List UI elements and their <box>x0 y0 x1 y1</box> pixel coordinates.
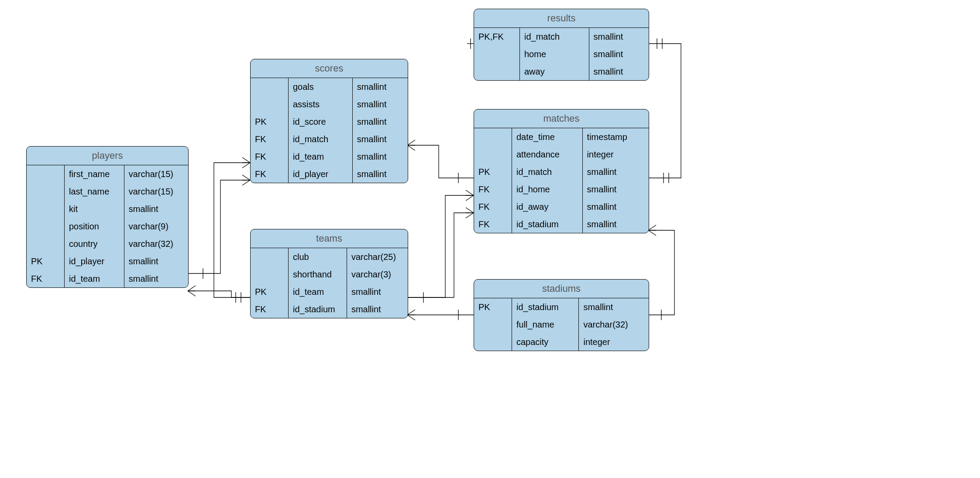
col-type: smallint <box>352 78 408 96</box>
col-name: assists <box>289 96 353 113</box>
col-key: FK <box>251 165 289 183</box>
col-name: id_player <box>65 253 124 270</box>
col-type: varchar(15) <box>124 165 188 183</box>
col-key: PK <box>27 253 65 270</box>
table-row: shorthandvarchar(3) <box>251 266 408 283</box>
col-key <box>27 165 65 183</box>
col-key <box>474 316 512 333</box>
table-row: assistssmallint <box>251 96 408 113</box>
col-type: smallint <box>582 215 649 233</box>
entity-columns: date_timetimestamp attendanceinteger PKi… <box>474 128 649 233</box>
col-name: away <box>520 63 589 80</box>
col-type: varchar(15) <box>124 183 188 200</box>
entity-title: teams <box>251 229 408 248</box>
col-key: PK <box>251 113 289 130</box>
table-row: PKid_scoresmallint <box>251 113 408 130</box>
col-name: capacity <box>512 333 579 351</box>
table-row: positionvarchar(9) <box>27 218 188 235</box>
col-key: PK,FK <box>474 28 520 45</box>
table-row: PKid_teamsmallint <box>251 283 408 300</box>
entity-columns: PKid_stadiumsmallint full_namevarchar(32… <box>474 298 649 351</box>
table-row: awaysmallint <box>474 63 649 80</box>
col-name: id_team <box>289 283 347 300</box>
table-row: clubvarchar(25) <box>251 248 408 266</box>
col-name: id_player <box>289 165 353 183</box>
table-row: capacityinteger <box>474 333 649 351</box>
col-name: kit <box>65 200 124 218</box>
col-type: varchar(3) <box>347 266 408 283</box>
col-key <box>27 218 65 235</box>
col-key: PK <box>474 298 512 316</box>
col-key <box>251 96 289 113</box>
table-row: full_namevarchar(32) <box>474 316 649 333</box>
table-row: attendanceinteger <box>474 146 649 163</box>
table-row: FKid_teamsmallint <box>27 270 188 287</box>
col-key <box>474 45 520 63</box>
col-type: smallint <box>352 165 408 183</box>
table-row: PKid_playersmallint <box>27 253 188 270</box>
table-row: FKid_matchsmallint <box>251 130 408 148</box>
entity-columns: goalssmallint assistssmallint PKid_score… <box>251 78 408 183</box>
table-row: countryvarchar(32) <box>27 235 188 253</box>
erd-canvas: .c { stroke:#000; stroke-width:1.3; fill… <box>0 0 980 478</box>
col-key: FK <box>474 181 512 198</box>
table-row: last_namevarchar(15) <box>27 183 188 200</box>
col-name: id_team <box>289 148 353 165</box>
col-key: FK <box>474 198 512 215</box>
col-type: smallint <box>589 45 649 63</box>
col-type: varchar(9) <box>124 218 188 235</box>
col-name: country <box>65 235 124 253</box>
entity-stadiums: stadiums PKid_stadiumsmallint full_namev… <box>474 279 649 351</box>
col-type: smallint <box>579 298 649 316</box>
col-key <box>474 63 520 80</box>
col-name: id_match <box>520 28 589 45</box>
table-row: homesmallint <box>474 45 649 63</box>
col-name: full_name <box>512 316 579 333</box>
col-key: PK <box>474 163 512 181</box>
col-key <box>27 183 65 200</box>
col-name: goals <box>289 78 353 96</box>
col-key: FK <box>251 148 289 165</box>
col-name: last_name <box>65 183 124 200</box>
table-row: PKid_matchsmallint <box>474 163 649 181</box>
entity-columns: clubvarchar(25) shorthandvarchar(3) PKid… <box>251 248 408 318</box>
col-type: smallint <box>352 113 408 130</box>
col-type: smallint <box>352 96 408 113</box>
entity-columns: first_namevarchar(15) last_namevarchar(1… <box>27 165 188 287</box>
col-name: id_home <box>512 181 583 198</box>
entity-results: results PK,FKid_matchsmallint homesmalli… <box>474 9 649 81</box>
entity-title: players <box>27 147 188 165</box>
col-type: varchar(32) <box>579 316 649 333</box>
col-type: smallint <box>582 181 649 198</box>
entity-title: scores <box>251 59 408 78</box>
table-row: PK,FKid_matchsmallint <box>474 28 649 45</box>
col-name: attendance <box>512 146 583 163</box>
col-name: id_score <box>289 113 353 130</box>
col-key <box>251 78 289 96</box>
table-row: kitsmallint <box>27 200 188 218</box>
col-name: home <box>520 45 589 63</box>
col-key: PK <box>251 283 289 300</box>
entity-title: results <box>474 9 649 28</box>
table-row: FKid_playersmallint <box>251 165 408 183</box>
entity-columns: PK,FKid_matchsmallint homesmallint aways… <box>474 28 649 80</box>
entity-players: players first_namevarchar(15) last_namev… <box>26 146 189 288</box>
col-name: position <box>65 218 124 235</box>
col-type: timestamp <box>582 128 649 146</box>
entity-title: stadiums <box>474 280 649 298</box>
col-key: FK <box>474 215 512 233</box>
col-name: shorthand <box>289 266 347 283</box>
col-name: id_stadium <box>512 298 579 316</box>
col-type: smallint <box>589 63 649 80</box>
col-type: integer <box>579 333 649 351</box>
table-row: FKid_awaysmallint <box>474 198 649 215</box>
table-row: first_namevarchar(15) <box>27 165 188 183</box>
col-name: date_time <box>512 128 583 146</box>
col-type: smallint <box>582 163 649 181</box>
entity-scores: scores goalssmallint assistssmallint PKi… <box>250 59 408 183</box>
col-name: id_match <box>512 163 583 181</box>
col-type: smallint <box>589 28 649 45</box>
entity-teams: teams clubvarchar(25) shorthandvarchar(3… <box>250 229 408 318</box>
col-name: id_stadium <box>289 300 347 318</box>
col-key: FK <box>251 300 289 318</box>
